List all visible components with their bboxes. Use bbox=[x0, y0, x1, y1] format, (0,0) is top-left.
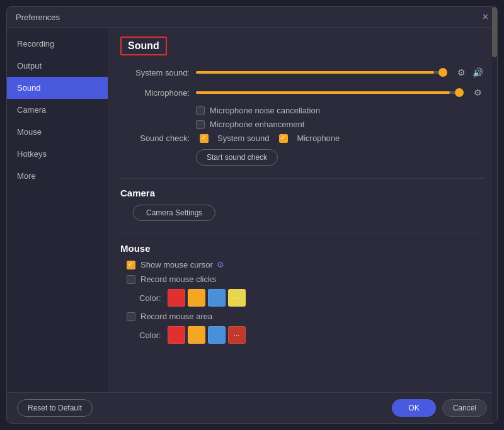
microphone-slider[interactable] bbox=[196, 91, 463, 94]
microphone-label: Microphone: bbox=[120, 88, 190, 98]
microphone-fill bbox=[196, 91, 450, 94]
record-mouse-area-row: Record mouse area bbox=[127, 312, 484, 321]
microphone-check-item: Microphone bbox=[279, 133, 340, 143]
system-sound-fill bbox=[196, 71, 434, 74]
record-mouse-clicks-label: Record mouse clicks bbox=[140, 274, 216, 284]
enhancement-label: Microphone enhancement bbox=[210, 120, 304, 129]
sidebar-item-recording[interactable]: Recording bbox=[7, 33, 108, 55]
start-sound-check-button[interactable]: Start sound check bbox=[196, 149, 278, 166]
title-bar: Preferences × bbox=[7, 7, 497, 28]
record-mouse-clicks-row: Record mouse clicks bbox=[127, 274, 484, 284]
color-swatch-red-1[interactable] bbox=[168, 289, 185, 307]
color-swatch-orange-1[interactable] bbox=[188, 289, 205, 307]
microphone-check-label: Microphone bbox=[297, 133, 340, 143]
dialog-body: Recording Output Sound Camera Mouse Hotk… bbox=[7, 28, 497, 392]
enhancement-checkbox[interactable] bbox=[196, 120, 205, 129]
color-label-2: Color: bbox=[139, 331, 161, 340]
system-sound-check-checkbox[interactable] bbox=[200, 134, 209, 143]
reset-to-default-button[interactable]: Reset to Default bbox=[17, 399, 93, 417]
show-mouse-cursor-label: Show mouse cursor bbox=[140, 260, 213, 269]
sidebar-item-camera[interactable]: Camera bbox=[7, 99, 108, 121]
color-label-1: Color: bbox=[139, 293, 161, 303]
color-swatch-blue-1[interactable] bbox=[208, 289, 226, 307]
scrollbar-track[interactable] bbox=[492, 28, 497, 392]
system-sound-volume-icon[interactable]: 🔊 bbox=[471, 65, 484, 79]
noise-cancellation-row: Microphone noise cancellation bbox=[196, 106, 484, 115]
system-sound-check-item: System sound bbox=[200, 133, 269, 143]
sound-section-title: Sound bbox=[120, 37, 167, 55]
main-content: Sound System sound: ⚙ 🔊 Microphone: ⚙ bbox=[108, 28, 497, 392]
show-mouse-cursor-row: Show mouse cursor ⚙ bbox=[127, 260, 484, 269]
noise-cancellation-label: Microphone noise cancellation bbox=[210, 106, 320, 115]
color-row-1: Color: ··· bbox=[139, 289, 484, 307]
system-sound-label: System sound: bbox=[120, 68, 190, 77]
system-sound-gear-icon[interactable]: ⚙ bbox=[454, 65, 468, 79]
record-mouse-area-checkbox[interactable] bbox=[127, 312, 135, 321]
sound-check-row: Sound check: System sound Microphone bbox=[120, 133, 484, 143]
footer: Reset to Default OK Cancel bbox=[7, 392, 497, 423]
sound-check-label: Sound check: bbox=[120, 133, 190, 143]
microphone-check-checkbox[interactable] bbox=[279, 134, 288, 143]
show-mouse-cursor-checkbox[interactable] bbox=[127, 261, 135, 269]
sidebar-item-sound[interactable]: Sound bbox=[7, 77, 108, 99]
divider-2 bbox=[120, 234, 484, 234]
color-swatch-orange-2[interactable] bbox=[188, 326, 205, 344]
color-swatch-blue-2[interactable] bbox=[208, 326, 226, 344]
system-sound-check-label: System sound bbox=[217, 133, 269, 143]
system-sound-thumb bbox=[438, 68, 447, 77]
sidebar-item-hotkeys[interactable]: Hotkeys bbox=[7, 143, 108, 165]
microphone-thumb bbox=[455, 88, 464, 97]
cancel-button[interactable]: Cancel bbox=[442, 399, 487, 417]
system-sound-row: System sound: ⚙ 🔊 bbox=[120, 65, 484, 79]
record-mouse-area-label: Record mouse area bbox=[140, 312, 212, 321]
ok-button[interactable]: OK bbox=[392, 399, 435, 417]
enhancement-row: Microphone enhancement bbox=[196, 120, 484, 129]
scrollbar-thumb[interactable] bbox=[492, 28, 497, 57]
camera-section-heading: Camera bbox=[120, 188, 484, 198]
noise-cancellation-checkbox[interactable] bbox=[196, 106, 205, 115]
show-mouse-cursor-gear-icon[interactable]: ⚙ bbox=[217, 260, 224, 269]
sidebar-item-mouse[interactable]: Mouse bbox=[7, 121, 108, 143]
microphone-row: Microphone: ⚙ bbox=[120, 86, 484, 99]
close-button[interactable]: × bbox=[483, 12, 488, 22]
footer-right: OK Cancel bbox=[392, 399, 487, 417]
camera-settings-button[interactable]: Camera Settings bbox=[133, 205, 215, 221]
microphone-gear-icon[interactable]: ⚙ bbox=[471, 86, 484, 99]
mouse-section-heading: Mouse bbox=[120, 243, 484, 254]
color-swatch-yellow-1[interactable]: ··· bbox=[228, 289, 246, 307]
dialog-title: Preferences bbox=[16, 13, 60, 22]
sidebar-item-output[interactable]: Output bbox=[7, 55, 108, 77]
divider-1 bbox=[120, 178, 484, 179]
sidebar: Recording Output Sound Camera Mouse Hotk… bbox=[7, 28, 108, 392]
color-row-2: Color: ··· bbox=[139, 326, 484, 344]
preferences-dialog: Preferences × Recording Output Sound Cam… bbox=[6, 6, 498, 424]
sidebar-item-more[interactable]: More bbox=[7, 165, 108, 187]
system-sound-slider[interactable] bbox=[196, 71, 447, 74]
color-swatch-darkred-2[interactable]: ··· bbox=[228, 326, 246, 344]
color-swatch-red-2[interactable] bbox=[168, 326, 185, 344]
record-mouse-clicks-checkbox[interactable] bbox=[127, 275, 135, 284]
